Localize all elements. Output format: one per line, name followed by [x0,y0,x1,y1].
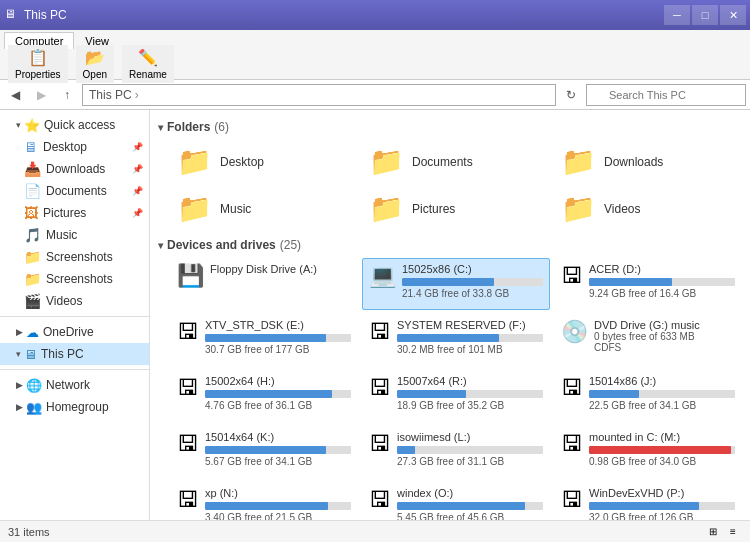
drive-o-icon: 🖫 [369,487,391,513]
ribbon-rename-btn[interactable]: ✏️ Rename [122,45,174,83]
drive-n[interactable]: 🖫 xp (N:) 3.40 GB free of 21.5 GB [170,482,358,520]
drive-r2-icon: 🖫 [369,375,391,401]
sidebar-item-documents[interactable]: 📄 Documents 📌 [0,180,149,202]
drive-g[interactable]: 💿 DVD Drive (G:) music 0 bytes free of 6… [554,314,742,366]
maximize-button[interactable]: □ [692,5,718,25]
drive-c-bar [402,278,494,286]
drive-floppy[interactable]: 💾 Floppy Disk Drive (A:) [170,258,358,310]
drive-f-bar-container [397,334,543,342]
devices-chevron: ▾ [158,240,163,251]
devices-count: (25) [280,238,301,252]
folder-item-desktop[interactable]: 📁 Desktop [170,140,358,183]
sidebar-item-homegroup[interactable]: ▶ 👥 Homegroup [0,396,149,418]
drive-n-bar [205,502,328,510]
folders-count: (6) [214,120,229,134]
title-bar-icon: 🖥 [4,7,20,23]
screenshots1-icon: 📁 [24,249,41,265]
drive-l-icon: 🖫 [369,431,391,457]
refresh-button[interactable]: ↻ [560,84,582,106]
list-view-button[interactable]: ≡ [724,524,742,540]
folder-item-downloads[interactable]: 📁 Downloads [554,140,742,183]
floppy-icon: 💾 [177,263,204,289]
drive-m-bar [589,446,731,454]
drive-m[interactable]: 🖫 mounted in C: (M:) 0.98 GB free of 34.… [554,426,742,478]
drive-k[interactable]: 🖫 15014x64 (K:) 5.67 GB free of 34.1 GB [170,426,358,478]
folder-grid: 📁 Desktop 📁 Documents 📁 Downloads 📁 Musi… [170,140,742,230]
drive-c[interactable]: 💻 15025x86 (C:) 21.4 GB free of 33.8 GB [362,258,550,310]
drive-f[interactable]: 🖫 SYSTEM RESERVED (F:) 30.2 MB free of 1… [362,314,550,366]
sidebar-item-pictures[interactable]: 🖼 Pictures 📌 [0,202,149,224]
sidebar: ▾ ⭐ Quick access 🖥 Desktop 📌 📥 Downloads… [0,110,150,520]
address-path[interactable]: This PC › [82,84,556,106]
folders-section-header: ▾ Folders (6) [158,120,742,134]
search-input[interactable] [586,84,746,106]
up-button[interactable]: ↑ [56,84,78,106]
drive-l[interactable]: 🖫 isowiimesd (L:) 27.3 GB free of 31.1 G… [362,426,550,478]
sidebar-quick-access-header[interactable]: ▾ ⭐ Quick access [0,114,149,136]
screenshots2-icon: 📁 [24,271,41,287]
divider1 [0,316,149,317]
sidebar-item-network[interactable]: ▶ 🌐 Network [0,374,149,396]
music-icon: 🎵 [24,227,41,243]
drive-d[interactable]: 🖫 ACER (D:) 9.24 GB free of 16.4 GB [554,258,742,310]
folder-item-videos[interactable]: 📁 Videos [554,187,742,230]
folder-item-documents[interactable]: 📁 Documents [362,140,550,183]
ribbon: Computer View 📋 Properties 📂 Open ✏️ Ren… [0,30,750,80]
forward-button[interactable]: ▶ [30,84,52,106]
view-toggle: ⊞ ≡ [704,524,742,540]
folder-downloads-icon: 📁 [561,145,596,178]
path-thispc: This PC [89,88,132,102]
close-button[interactable]: ✕ [720,5,746,25]
pictures-icon: 🖼 [24,205,38,221]
drive-e-bar-container [205,334,351,342]
drive-j[interactable]: 🖫 15014x86 (J:) 22.5 GB free of 34.1 GB [554,370,742,422]
ribbon-properties-btn[interactable]: 📋 Properties [8,45,68,83]
drive-r2-bar [397,390,466,398]
folder-item-music[interactable]: 📁 Music [170,187,358,230]
sidebar-item-desktop[interactable]: 🖥 Desktop 📌 [0,136,149,158]
drive-k-bar [205,446,326,454]
sidebar-item-onedrive[interactable]: ▶ ☁ OneDrive [0,321,149,343]
folder-desktop-icon: 📁 [177,145,212,178]
drive-e[interactable]: 🖫 XTV_STR_DSK (E:) 30.7 GB free of 177 G… [170,314,358,366]
sidebar-item-screenshots2[interactable]: 📁 Screenshots [0,268,149,290]
title-bar: 🖥 This PC ─ □ ✕ [0,0,750,30]
main-layout: ▾ ⭐ Quick access 🖥 Desktop 📌 📥 Downloads… [0,110,750,520]
minimize-button[interactable]: ─ [664,5,690,25]
drive-p-icon: 🖫 [561,487,583,513]
divider2 [0,369,149,370]
sidebar-item-screenshots1[interactable]: 📁 Screenshots [0,246,149,268]
downloads-icon: 📥 [24,161,41,177]
sidebar-item-videos[interactable]: 🎬 Videos [0,290,149,312]
item-count: 31 items [8,526,50,538]
address-bar: ◀ ▶ ↑ This PC › ↻ 🔍 [0,80,750,110]
drive-g-icon: 💿 [561,319,588,345]
drive-c-bar-container [402,278,543,286]
sidebar-item-music[interactable]: 🎵 Music [0,224,149,246]
videos-icon: 🎬 [24,293,41,309]
drive-p[interactable]: 🖫 WinDevExVHD (P:) 32.0 GB free of 126 G… [554,482,742,520]
drive-j-icon: 🖫 [561,375,583,401]
drive-d-bar-container [589,278,735,286]
drive-f-icon: 🖫 [369,319,391,345]
drive-h-bar-container [205,390,351,398]
drive-h[interactable]: 🖫 15002x64 (H:) 4.76 GB free of 36.1 GB [170,370,358,422]
folder-item-pictures[interactable]: 📁 Pictures [362,187,550,230]
drive-m-icon: 🖫 [561,431,583,457]
ribbon-open-btn[interactable]: 📂 Open [76,45,114,83]
back-button[interactable]: ◀ [4,84,26,106]
drive-r2[interactable]: 🖫 15007x64 (R:) 18.9 GB free of 35.2 GB [362,370,550,422]
status-bar: 31 items ⊞ ≡ [0,520,750,542]
drive-o-bar-container [397,502,543,510]
drive-j-bar [589,390,639,398]
drive-n-icon: 🖫 [177,487,199,513]
sidebar-item-downloads[interactable]: 📥 Downloads 📌 [0,158,149,180]
thispc-icon: 🖥 [24,347,37,362]
drive-p-bar [589,502,699,510]
ribbon-content: 📋 Properties 📂 Open ✏️ Rename [4,49,746,79]
sidebar-item-thispc[interactable]: ▾ 🖥 This PC [0,343,149,365]
folder-documents-icon: 📁 [369,145,404,178]
ribbon-tabs: Computer View [4,30,746,49]
drive-o[interactable]: 🖫 windex (O:) 5.45 GB free of 45.6 GB [362,482,550,520]
grid-view-button[interactable]: ⊞ [704,524,722,540]
